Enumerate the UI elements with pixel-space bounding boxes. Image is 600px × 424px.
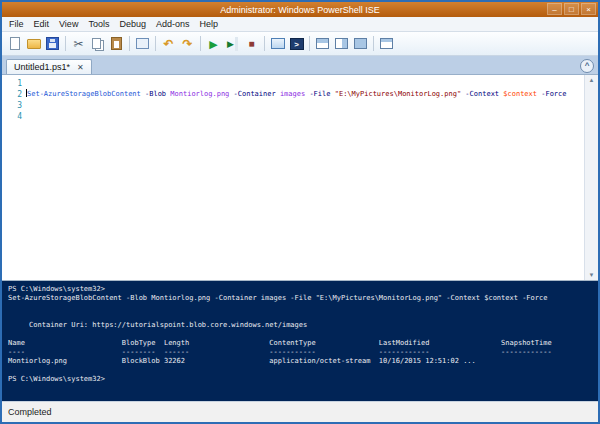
code-token-parameter: -Force <box>537 90 567 98</box>
new-remote-tab-button[interactable] <box>268 34 287 53</box>
window-controls: – □ × <box>547 3 596 15</box>
redo-button[interactable]: ↷ <box>178 34 197 53</box>
line-number: 3 <box>2 100 22 111</box>
script-editor-pane: 1234 Set-AzureStorageBlobContent -Blob M… <box>2 75 598 281</box>
code-line[interactable]: Set-AzureStorageBlobContent -Blob Montio… <box>26 89 584 100</box>
console-line: PS C:\Windows\system32> <box>8 285 598 294</box>
code-token-parameter: -Context <box>461 90 499 98</box>
code-area[interactable]: Set-AzureStorageBlobContent -Blob Montio… <box>26 75 584 280</box>
code-line[interactable] <box>26 111 584 122</box>
console-output: PS C:\Windows\system32>Set-AzureStorageB… <box>8 285 598 384</box>
save-button[interactable] <box>43 34 62 53</box>
console-line <box>8 330 598 339</box>
show-command-button[interactable] <box>377 34 396 53</box>
code-token-cmdlet: Set-AzureStorageBlobContent <box>27 90 141 98</box>
window-title: Administrator: Windows PowerShell ISE <box>220 5 380 15</box>
tab-strip: Untitled1.ps1* ✕ ^ <box>2 56 598 75</box>
redo-icon: ↷ <box>182 37 192 51</box>
scroll-up-icon[interactable]: ▲ <box>589 77 595 83</box>
menu-bar: FileEditViewToolsDebugAdd-onsHelp <box>2 17 598 32</box>
line-number: 1 <box>2 78 22 89</box>
run-selection-icon: ▶ <box>227 37 238 51</box>
copy-icon <box>92 38 101 49</box>
menu-addons[interactable]: Add-ons <box>151 19 195 29</box>
code-line[interactable] <box>26 78 584 89</box>
code-token-parameter: -Container <box>229 90 275 98</box>
scroll-down-icon[interactable]: ▼ <box>589 272 595 278</box>
menu-tools[interactable]: Tools <box>83 19 114 29</box>
status-bar: Completed <box>2 401 598 422</box>
cut-button[interactable]: ✂ <box>69 34 88 53</box>
clear-console-icon <box>136 38 149 49</box>
toolbar-separator <box>129 36 130 51</box>
close-button[interactable]: × <box>581 3 596 15</box>
toolbar-separator <box>373 36 374 51</box>
toolbar-separator <box>200 36 201 51</box>
status-text: Completed <box>8 407 52 417</box>
copy-button[interactable] <box>88 34 107 53</box>
maximize-button[interactable]: □ <box>564 3 579 15</box>
tab-close-icon[interactable]: ✕ <box>77 63 84 72</box>
toolbar-separator <box>65 36 66 51</box>
paste-icon <box>111 37 122 50</box>
save-icon <box>46 37 59 50</box>
menu-edit[interactable]: Edit <box>29 19 55 29</box>
console-pane[interactable]: PS C:\Windows\system32>Set-AzureStorageB… <box>2 281 598 401</box>
run-selection-button[interactable]: ▶ <box>223 34 242 53</box>
menu-debug[interactable]: Debug <box>114 19 151 29</box>
script-pane-max-icon <box>354 38 367 49</box>
powershell-ise-window: Administrator: Windows PowerShell ISE – … <box>0 0 600 424</box>
console-line <box>8 366 598 375</box>
run-script-icon: ▶ <box>209 37 217 51</box>
tab-label: Untitled1.ps1* <box>14 62 70 72</box>
undo-icon: ↶ <box>163 37 173 51</box>
code-token-argument: images <box>276 90 306 98</box>
collapse-script-pane-button[interactable]: ^ <box>580 59 594 73</box>
stop-button[interactable]: ■ <box>242 34 261 53</box>
script-pane-right-icon <box>335 38 348 49</box>
cut-icon: ✂ <box>73 37 83 51</box>
console-line <box>8 303 598 312</box>
new-script-icon <box>10 37 20 50</box>
editor-scrollbar[interactable]: ▲ ▼ <box>584 75 598 280</box>
console-line: ---- -------- ------ ----------- -------… <box>8 348 598 357</box>
line-number-gutter: 1234 <box>2 75 26 280</box>
toolbar: ✂↶↷▶▶■> <box>2 32 598 56</box>
undo-button[interactable]: ↶ <box>159 34 178 53</box>
toolbar-separator <box>155 36 156 51</box>
run-script-button[interactable]: ▶ <box>204 34 223 53</box>
code-token-parameter: -File <box>305 90 330 98</box>
code-line[interactable] <box>26 100 584 111</box>
paste-button[interactable] <box>107 34 126 53</box>
clear-console-button[interactable] <box>133 34 152 53</box>
tab-untitled1[interactable]: Untitled1.ps1* ✕ <box>6 59 92 74</box>
console-line <box>8 312 598 321</box>
start-powershell-icon: > <box>290 38 304 50</box>
title-bar[interactable]: Administrator: Windows PowerShell ISE – … <box>2 2 598 17</box>
script-pane-right-button[interactable] <box>332 34 351 53</box>
open-script-button[interactable] <box>24 34 43 53</box>
script-pane-top-button[interactable] <box>313 34 332 53</box>
toolbar-separator <box>264 36 265 51</box>
console-line: PS C:\Windows\system32> <box>8 375 598 384</box>
console-line: Set-AzureStorageBlobContent -Blob Montio… <box>8 294 598 303</box>
console-line: Montiorlog.png BlockBlob 32262 applicati… <box>8 357 598 366</box>
console-line: Container Uri: https://tutorialspoint.bl… <box>8 321 598 330</box>
line-number: 4 <box>2 111 22 122</box>
new-remote-tab-icon <box>271 38 285 49</box>
console-line: Name BlobType Length ContentType LastMod… <box>8 339 598 348</box>
code-token-parameter: -Blob <box>141 90 166 98</box>
menu-file[interactable]: File <box>4 19 29 29</box>
script-pane-max-button[interactable] <box>351 34 370 53</box>
script-pane-top-icon <box>316 38 329 49</box>
code-token-string: "E:\MyPictures\MonitorLog.png" <box>330 90 461 98</box>
new-script-button[interactable] <box>5 34 24 53</box>
show-command-icon <box>380 38 393 49</box>
menu-view[interactable]: View <box>54 19 83 29</box>
stop-icon: ■ <box>248 37 254 51</box>
minimize-button[interactable]: – <box>547 3 562 15</box>
start-powershell-button[interactable]: > <box>287 34 306 53</box>
toolbar-separator <box>309 36 310 51</box>
menu-help[interactable]: Help <box>194 19 223 29</box>
code-token-variable: $context <box>499 90 537 98</box>
